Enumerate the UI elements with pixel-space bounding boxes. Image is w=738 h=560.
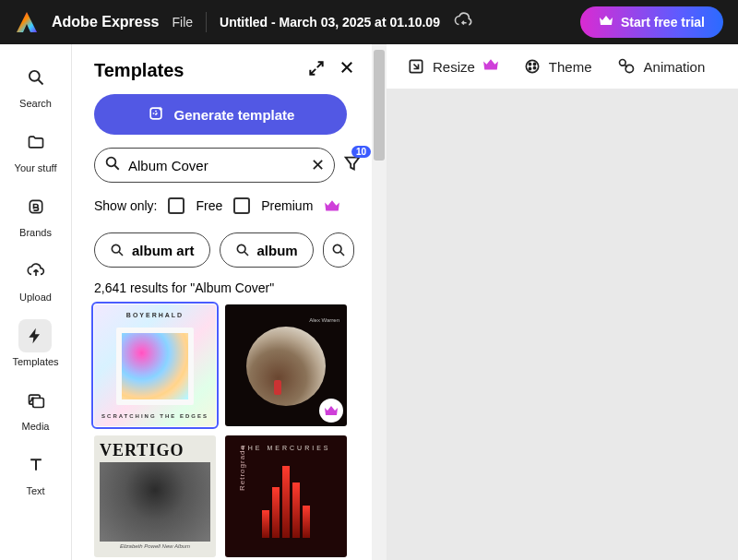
svg-line-14 bbox=[340, 252, 344, 256]
svg-point-13 bbox=[333, 244, 341, 253]
file-menu[interactable]: File bbox=[172, 15, 193, 30]
canvas[interactable] bbox=[387, 89, 738, 560]
premium-crown-icon bbox=[482, 58, 499, 75]
svg-line-12 bbox=[244, 252, 248, 256]
svg-point-11 bbox=[237, 244, 245, 253]
cloud-sync-icon[interactable] bbox=[453, 12, 473, 32]
canvas-toolbar: Resize Theme Animation bbox=[387, 44, 738, 89]
svg-point-21 bbox=[619, 60, 625, 66]
free-label: Free bbox=[196, 198, 222, 213]
trial-label: Start free trial bbox=[621, 15, 705, 30]
media-icon bbox=[19, 384, 53, 417]
suggestion-chips: album art album bbox=[94, 232, 355, 268]
svg-point-20 bbox=[533, 67, 535, 69]
filter-count-badge: 10 bbox=[351, 146, 371, 158]
start-free-trial-button[interactable]: Start free trial bbox=[580, 6, 723, 38]
text-icon bbox=[19, 448, 53, 482]
rail-text[interactable]: Text bbox=[19, 448, 53, 496]
brand-name: Adobe Express bbox=[52, 14, 159, 30]
brands-icon bbox=[19, 190, 53, 223]
rail-media[interactable]: Media bbox=[19, 384, 53, 432]
rail-your-stuff[interactable]: Your stuff bbox=[15, 125, 57, 173]
template-card[interactable]: THE MERCURIES Retrograde bbox=[225, 435, 347, 557]
folder-icon bbox=[19, 125, 53, 159]
clear-search-icon[interactable]: ✕ bbox=[311, 155, 325, 175]
app-header: Adobe Express File Untitled - March 03, … bbox=[0, 0, 738, 44]
resize-button[interactable]: Resize bbox=[407, 57, 499, 76]
left-rail: Search Your stuff Brands Upload Template… bbox=[0, 44, 72, 560]
chip-more[interactable] bbox=[323, 232, 354, 268]
document-name[interactable]: Untitled - March 03, 2025 at 01.10.09 bbox=[220, 15, 440, 30]
sparkle-icon bbox=[147, 104, 165, 125]
chip-album[interactable]: album bbox=[220, 232, 314, 268]
theme-button[interactable]: Theme bbox=[523, 57, 592, 76]
canvas-area: Resize Theme Animation bbox=[387, 44, 738, 560]
svg-point-0 bbox=[29, 71, 39, 81]
search-icon bbox=[19, 61, 53, 94]
premium-badge-icon bbox=[319, 399, 343, 423]
svg-line-1 bbox=[38, 80, 42, 85]
svg-line-10 bbox=[119, 252, 123, 256]
free-checkbox[interactable] bbox=[168, 197, 184, 214]
crown-icon bbox=[599, 15, 613, 30]
rail-templates[interactable]: Templates bbox=[12, 319, 58, 367]
chip-album-art[interactable]: album art bbox=[94, 232, 210, 268]
templates-panel: Templates Generate template ✕ 10 Show on… bbox=[72, 44, 372, 560]
svg-point-7 bbox=[107, 158, 116, 167]
results-summary: 2,641 results for "Album Cover" bbox=[94, 280, 355, 295]
template-card[interactable]: VERTIGO Elizabeth Powell New Album bbox=[94, 435, 216, 557]
search-input[interactable] bbox=[128, 158, 304, 173]
svg-point-16 bbox=[526, 60, 538, 72]
svg-point-19 bbox=[529, 67, 530, 69]
svg-rect-5 bbox=[32, 399, 43, 408]
scrollbar-thumb[interactable] bbox=[374, 50, 385, 161]
upload-icon bbox=[19, 255, 53, 288]
adobe-logo-icon bbox=[15, 10, 39, 34]
show-only-label: Show only: bbox=[94, 198, 157, 213]
template-search-box[interactable]: ✕ bbox=[94, 148, 335, 183]
template-card[interactable]: BOYERHALD SCRATCHING THE EDGES bbox=[94, 304, 216, 426]
divider bbox=[206, 12, 207, 32]
filter-button[interactable]: 10 bbox=[342, 153, 363, 177]
close-icon[interactable] bbox=[339, 59, 355, 81]
templates-icon bbox=[18, 319, 52, 352]
rail-brands[interactable]: Brands bbox=[19, 190, 53, 238]
premium-label: Premium bbox=[261, 198, 313, 213]
panel-scrollbar[interactable] bbox=[372, 44, 387, 560]
search-icon bbox=[104, 155, 121, 175]
show-only-row: Show only: Free Premium bbox=[94, 197, 355, 214]
premium-crown-icon bbox=[324, 199, 340, 212]
animation-button[interactable]: Animation bbox=[616, 57, 706, 76]
generate-template-label: Generate template bbox=[174, 107, 295, 123]
svg-point-18 bbox=[533, 63, 535, 65]
generate-template-button[interactable]: Generate template bbox=[94, 94, 347, 135]
svg-point-17 bbox=[529, 63, 530, 65]
template-card[interactable]: Alex Warren Walk bbox=[225, 304, 347, 426]
expand-icon[interactable] bbox=[307, 59, 326, 81]
rail-upload[interactable]: Upload bbox=[19, 255, 53, 303]
panel-title: Templates bbox=[94, 60, 184, 81]
svg-line-8 bbox=[114, 165, 119, 170]
template-grid: BOYERHALD SCRATCHING THE EDGES Alex Warr… bbox=[94, 304, 355, 557]
premium-checkbox[interactable] bbox=[233, 197, 250, 214]
rail-search[interactable]: Search bbox=[19, 61, 53, 109]
svg-point-9 bbox=[112, 244, 120, 253]
